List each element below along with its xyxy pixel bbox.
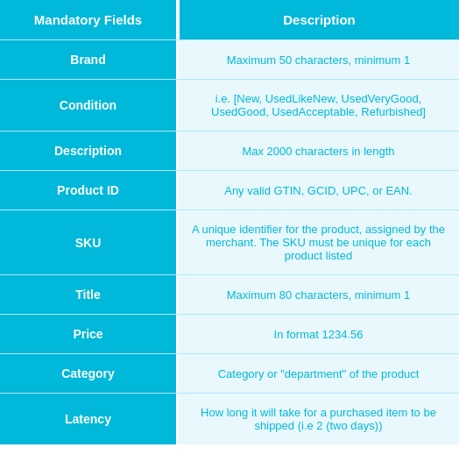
header-field-label: Mandatory Fields [0, 0, 178, 39]
field-cell: Condition [0, 80, 178, 131]
description-cell: i.e. [New, UsedLikeNew, UsedVeryGood, Us… [178, 80, 459, 131]
table-row: Conditioni.e. [New, UsedLikeNew, UsedVer… [0, 80, 459, 131]
description-cell: Max 2000 characters in length [178, 131, 459, 170]
field-cell: Product ID [0, 171, 178, 210]
field-cell: Description [0, 131, 178, 170]
table-row: Product IDAny valid GTIN, GCID, UPC, or … [0, 171, 459, 210]
field-cell: Brand [0, 40, 178, 79]
table-row: CategoryCategory or "department" of the … [0, 354, 459, 394]
field-cell: Category [0, 354, 178, 393]
description-cell: Maximum 80 characters, minimum 1 [178, 275, 459, 314]
table-row: DescriptionMax 2000 characters in length [0, 131, 459, 171]
field-cell: Latency [0, 394, 178, 444]
header-desc-label: Description [178, 0, 459, 39]
description-cell: Maximum 50 characters, minimum 1 [178, 40, 459, 79]
field-cell: Price [0, 315, 178, 353]
table-row: LatencyHow long it will take for a purch… [0, 394, 459, 444]
mandatory-fields-table: Mandatory Fields Description BrandMaximu… [0, 0, 459, 444]
table-row: SKUA unique identifier for the product, … [0, 210, 459, 275]
table-row: TitleMaximum 80 characters, minimum 1 [0, 275, 459, 315]
table-row: BrandMaximum 50 characters, minimum 1 [0, 40, 459, 80]
description-cell: How long it will take for a purchased it… [178, 394, 459, 444]
field-cell: SKU [0, 210, 178, 274]
description-cell: A unique identifier for the product, ass… [178, 210, 459, 274]
field-cell: Title [0, 275, 178, 314]
description-cell: In format 1234.56 [178, 315, 459, 353]
description-cell: Category or "department" of the product [178, 354, 459, 393]
table-row: PriceIn format 1234.56 [0, 315, 459, 354]
description-cell: Any valid GTIN, GCID, UPC, or EAN. [178, 171, 459, 210]
table-header: Mandatory Fields Description [0, 0, 459, 40]
